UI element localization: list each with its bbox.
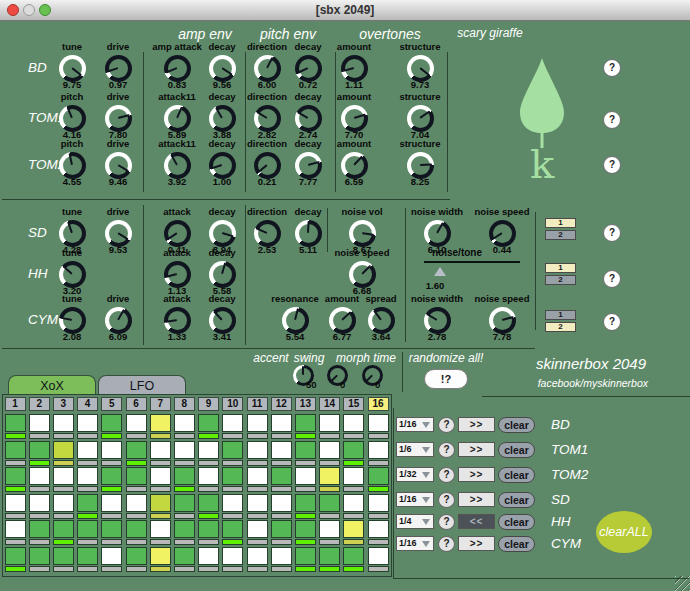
accent-bar-SD-4[interactable] [77,513,98,519]
step-number-3[interactable]: 3 [53,397,74,411]
noise-tone-slider-track[interactable] [424,261,520,263]
accent-bar-BD-9[interactable] [198,433,219,439]
clear-button-tom1[interactable]: clear [498,442,535,458]
accent-bar-HH-2[interactable] [29,539,50,545]
accent-bar-HH-8[interactable] [174,539,195,545]
step-cell-CYM-12[interactable] [271,547,292,565]
accent-bar-TOM1-15[interactable] [343,460,364,466]
step-number-5[interactable]: 5 [101,397,122,411]
accent-bar-SD-6[interactable] [126,513,147,519]
step-cell-TOM2-15[interactable] [343,467,364,485]
knob-bd-amp-attack[interactable] [164,55,191,82]
accent-bar-SD-8[interactable] [174,513,195,519]
accent-bar-TOM1-4[interactable] [77,460,98,466]
rate-dropdown-hh[interactable]: 1/4 [396,514,434,529]
accent-bar-TOM2-7[interactable] [150,486,171,492]
accent-bar-CYM-13[interactable] [295,566,316,572]
step-cell-TOM1-3[interactable] [53,441,74,459]
accent-bar-SD-15[interactable] [343,513,364,519]
clear-button-bd[interactable]: clear [498,417,535,433]
accent-bar-HH-10[interactable] [222,539,243,545]
step-cell-BD-7[interactable] [150,414,171,432]
accent-bar-CYM-2[interactable] [29,566,50,572]
step-cell-BD-1[interactable] [5,414,26,432]
knob-cym-spread[interactable] [368,307,395,334]
step-cell-TOM2-5[interactable] [101,467,122,485]
accent-bar-BD-2[interactable] [29,433,50,439]
clear-button-sd[interactable]: clear [498,492,535,508]
tab-lfo[interactable]: LFO [98,375,186,395]
step-cell-TOM2-13[interactable] [295,467,316,485]
step-cell-TOM1-9[interactable] [198,441,219,459]
step-cell-HH-10[interactable] [222,520,243,538]
step-cell-HH-11[interactable] [247,520,268,538]
row-help-button-tom1[interactable]: ? [438,442,455,458]
step-cell-TOM2-9[interactable] [198,467,219,485]
row-help-button-hh[interactable]: ? [438,514,455,530]
row-help-button-sd[interactable]: ? [438,492,455,508]
accent-bar-TOM1-11[interactable] [247,460,268,466]
step-cell-TOM2-10[interactable] [222,467,243,485]
step-cell-BD-13[interactable] [295,414,316,432]
knob-hh-decay[interactable] [209,261,236,288]
knob-tom2-direction[interactable] [254,152,281,179]
accent-bar-TOM2-9[interactable] [198,486,219,492]
accent-bar-TOM2-13[interactable] [295,486,316,492]
step-cell-CYM-2[interactable] [29,547,50,565]
noise-tone-slider-handle[interactable] [434,267,446,276]
accent-bar-HH-1[interactable] [5,539,26,545]
knob-tom2-decay[interactable] [209,152,236,179]
accent-bar-HH-9[interactable] [198,539,219,545]
knob-cym-drive[interactable] [105,307,132,334]
accent-bar-TOM1-8[interactable] [174,460,195,466]
accent-bar-TOM1-3[interactable] [53,460,74,466]
step-cell-HH-7[interactable] [150,520,171,538]
step-number-15[interactable]: 15 [343,397,364,411]
row-help-button-bd[interactable]: ? [438,417,455,433]
step-cell-HH-14[interactable] [319,520,340,538]
direction-button-tom1[interactable]: >> [458,442,495,457]
step-cell-BD-16[interactable] [368,414,389,432]
direction-button-hh[interactable]: << [458,514,495,529]
knob-sd-attack[interactable] [164,220,191,247]
knob-sd-noise-speed[interactable] [489,220,516,247]
knob-bd-direction[interactable] [254,55,281,82]
accent-bar-CYM-9[interactable] [198,566,219,572]
step-cell-CYM-14[interactable] [319,547,340,565]
knob-bd-decay[interactable] [295,55,322,82]
accent-bar-CYM-3[interactable] [53,566,74,572]
accent-bar-TOM1-14[interactable] [319,460,340,466]
step-cell-SD-1[interactable] [5,494,26,512]
step-cell-CYM-3[interactable] [53,547,74,565]
step-cell-CYM-1[interactable] [5,547,26,565]
step-cell-CYM-5[interactable] [101,547,122,565]
accent-bar-HH-5[interactable] [101,539,122,545]
accent-bar-CYM-8[interactable] [174,566,195,572]
knob-hh-attack[interactable] [164,261,191,288]
knob-bd-drive[interactable] [105,55,132,82]
rate-dropdown-cym[interactable]: 1/16 [396,536,434,551]
knob-tom2-pitch[interactable] [59,152,86,179]
knob-bd-structure[interactable] [407,55,434,82]
direction-button-bd[interactable]: >> [458,417,495,432]
step-cell-SD-8[interactable] [174,494,195,512]
step-cell-TOM1-16[interactable] [368,441,389,459]
step-number-7[interactable]: 7 [150,397,171,411]
step-cell-CYM-16[interactable] [368,547,389,565]
step-cell-CYM-6[interactable] [126,547,147,565]
help-button[interactable]: ? [603,313,621,331]
knob-tom2-structure[interactable] [407,152,434,179]
step-cell-BD-5[interactable] [101,414,122,432]
accent-bar-TOM2-4[interactable] [77,486,98,492]
rate-dropdown-bd[interactable]: 1/16 [396,417,434,432]
accent-bar-SD-5[interactable] [101,513,122,519]
step-cell-SD-15[interactable] [343,494,364,512]
ab-toggle-2-2[interactable]: 2 [545,275,576,285]
knob-sd-noise-vol[interactable] [349,220,376,247]
clear-button-hh[interactable]: clear [498,514,535,530]
knob-tom1-attack11[interactable] [164,105,191,132]
step-cell-TOM1-12[interactable] [271,441,292,459]
clear-button-cym[interactable]: clear [498,536,535,552]
help-button[interactable]: ? [603,270,621,288]
knob-bd-tune[interactable] [59,55,86,82]
